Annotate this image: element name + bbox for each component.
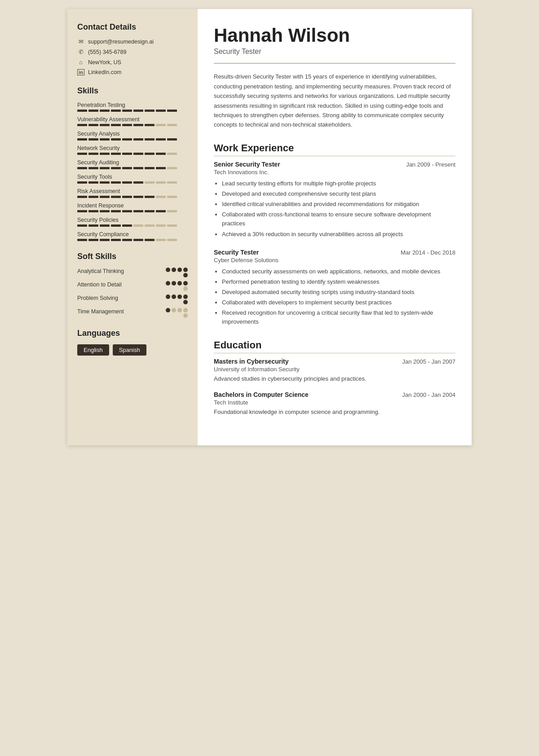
contact-location: ⌂ NewYork, US xyxy=(77,59,188,66)
edu-2-dates: Jan 2000 - Jan 2004 xyxy=(402,391,455,398)
work-section-title: Work Experience xyxy=(214,142,455,156)
skill-security-compliance: Security Compliance xyxy=(77,231,188,241)
edu-2-desc: Foundational knowledge in computer scien… xyxy=(214,408,455,417)
contact-email: ✉ support@resumedesign.ai xyxy=(77,38,188,45)
skills-title: Skills xyxy=(77,86,188,96)
summary-text: Results-driven Security Tester with 15 y… xyxy=(214,72,455,130)
email-text: support@resumedesign.ai xyxy=(88,39,154,45)
languages-title: Languages xyxy=(77,329,188,338)
work-experience-section: Work Experience Senior Security Tester J… xyxy=(214,142,455,327)
skill-risk-assessment: Risk Assessment xyxy=(77,188,188,198)
contact-section: Contact Details ✉ support@resumedesign.a… xyxy=(77,22,188,75)
soft-skill-time: Time Management xyxy=(77,308,188,318)
skill-security-tools: Security Tools xyxy=(77,174,188,184)
job-1-title: Senior Security Tester xyxy=(214,161,280,168)
soft-skill-attention: Attention to Detail xyxy=(77,281,188,291)
soft-skills-section: Soft Skills Analytical Thinking xyxy=(77,252,188,318)
skill-penetration-testing: Penetration Testing xyxy=(77,102,188,112)
contact-phone: ✆ (555) 345-6789 xyxy=(77,48,188,55)
linkedin-text: LinkedIn.com xyxy=(88,69,121,75)
edu-2: Bachelors in Computer Science Jan 2000 -… xyxy=(214,391,455,417)
language-spanish: Spanish xyxy=(113,344,146,356)
list-item: Lead security testing efforts for multip… xyxy=(222,179,455,188)
list-item: Conducted security assessments on web ap… xyxy=(222,267,455,276)
soft-skills-title: Soft Skills xyxy=(77,252,188,261)
job-1-header: Senior Security Tester Jan 2009 - Presen… xyxy=(214,161,455,168)
header-divider xyxy=(214,63,455,64)
job-2: Security Tester Mar 2014 - Dec 2018 Cybe… xyxy=(214,249,455,327)
edu-1-school: University of Information Security xyxy=(214,366,455,373)
list-item: Performed penetration testing to identif… xyxy=(222,277,455,286)
skill-network-security: Network Security xyxy=(77,145,188,155)
soft-skill-problem: Problem Solving xyxy=(77,294,188,304)
edu-1-dates: Jan 2005 - Jan 2007 xyxy=(402,358,455,365)
list-item: Achieved a 30% reduction in security vul… xyxy=(222,230,455,239)
job-2-title: Security Tester xyxy=(214,249,259,256)
skill-incident-response: Incident Response xyxy=(77,202,188,212)
edu-2-degree: Bachelors in Computer Science xyxy=(214,391,309,398)
soft-skill-analytical: Analytical Thinking xyxy=(77,268,188,277)
email-icon: ✉ xyxy=(77,38,84,45)
candidate-name: Hannah Wilson xyxy=(214,25,455,46)
linkedin-icon: in xyxy=(77,69,84,75)
contact-title: Contact Details xyxy=(77,22,188,32)
edu-1-degree: Masters in Cybersecurity xyxy=(214,358,289,365)
candidate-title: Security Tester xyxy=(214,48,455,56)
main-content: Hannah Wilson Security Tester Results-dr… xyxy=(198,9,472,445)
phone-text: (555) 345-6789 xyxy=(88,49,126,55)
job-2-dates: Mar 2014 - Dec 2018 xyxy=(401,249,455,256)
language-english: English xyxy=(77,344,109,356)
edu-2-header: Bachelors in Computer Science Jan 2000 -… xyxy=(214,391,455,398)
list-item: Collaborated with cross-functional teams… xyxy=(222,210,455,228)
job-2-bullets: Conducted security assessments on web ap… xyxy=(214,267,455,327)
skill-vulnerability-assessment: Vulnerability Assessment xyxy=(77,116,188,126)
location-text: NewYork, US xyxy=(88,59,121,66)
languages-section: Languages English Spanish xyxy=(77,329,188,356)
job-1-dates: Jan 2009 - Present xyxy=(406,161,455,168)
education-section: Education Masters in Cybersecurity Jan 2… xyxy=(214,339,455,417)
skills-section: Skills Penetration Testing Vulnerability… xyxy=(77,86,188,241)
language-badges: English Spanish xyxy=(77,344,188,356)
edu-1: Masters in Cybersecurity Jan 2005 - Jan … xyxy=(214,358,455,383)
resume-container: Contact Details ✉ support@resumedesign.a… xyxy=(67,9,472,445)
list-item: Developed automated security testing scr… xyxy=(222,288,455,297)
location-icon: ⌂ xyxy=(77,59,84,66)
contact-linkedin: in LinkedIn.com xyxy=(77,69,188,75)
list-item: Received recognition for uncovering a cr… xyxy=(222,308,455,326)
job-2-header: Security Tester Mar 2014 - Dec 2018 xyxy=(214,249,455,256)
job-1-company: Tech Innovations Inc. xyxy=(214,169,455,176)
job-1: Senior Security Tester Jan 2009 - Presen… xyxy=(214,161,455,239)
sidebar: Contact Details ✉ support@resumedesign.a… xyxy=(67,9,198,445)
skill-security-auditing: Security Auditing xyxy=(77,159,188,169)
phone-icon: ✆ xyxy=(77,48,84,55)
skill-security-analysis: Security Analysis xyxy=(77,131,188,141)
edu-2-school: Tech Institute xyxy=(214,399,455,406)
skill-security-policies: Security Policies xyxy=(77,217,188,227)
edu-1-desc: Advanced studies in cybersecurity princi… xyxy=(214,374,455,383)
job-1-bullets: Lead security testing efforts for multip… xyxy=(214,179,455,239)
education-section-title: Education xyxy=(214,339,455,353)
list-item: Collaborated with developers to implemen… xyxy=(222,298,455,307)
list-item: Developed and executed comprehensive sec… xyxy=(222,189,455,198)
edu-1-header: Masters in Cybersecurity Jan 2005 - Jan … xyxy=(214,358,455,365)
job-2-company: Cyber Defense Solutions xyxy=(214,257,455,264)
list-item: Identified critical vulnerabilities and … xyxy=(222,200,455,209)
